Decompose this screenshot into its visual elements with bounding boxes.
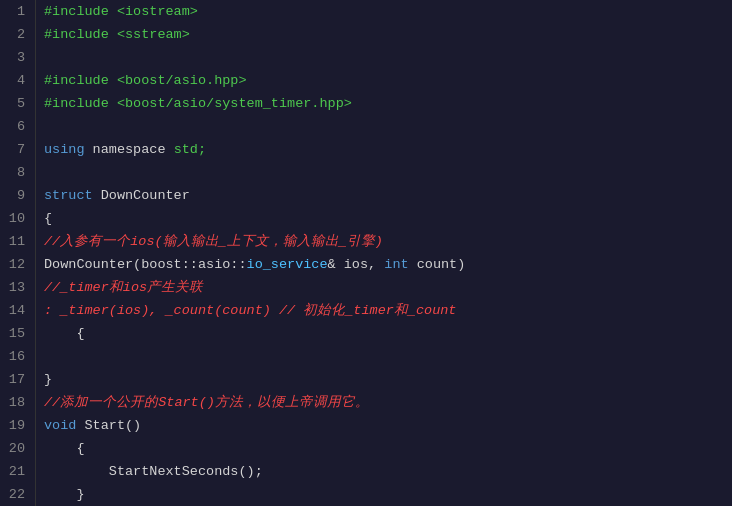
code-token: //_timer和ios产生关联: [44, 276, 203, 299]
code-token: struct: [44, 184, 93, 207]
code-token: io_service: [247, 253, 328, 276]
line-number: 18: [8, 391, 25, 414]
line-number: 9: [8, 184, 25, 207]
code-line: void Start(): [44, 414, 724, 437]
code-line: [44, 46, 724, 69]
line-number: 7: [8, 138, 25, 161]
code-line: //入参有一个ios(输入输出_上下文，输入输出_引擎): [44, 230, 724, 253]
line-number: 17: [8, 368, 25, 391]
line-number: 21: [8, 460, 25, 483]
code-token: #include <iostream>: [44, 0, 198, 23]
code-line: [44, 161, 724, 184]
line-number: 14: [8, 299, 25, 322]
code-token: Start(): [76, 414, 141, 437]
code-editor: 12345678910111213141516171819202122 #inc…: [0, 0, 732, 506]
code-area: #include <iostream>#include <sstream>#in…: [36, 0, 732, 506]
code-line: ⊟ {: [44, 437, 724, 460]
code-line: //添加一个公开的Start()方法，以便上帝调用它。: [44, 391, 724, 414]
code-line: }: [44, 368, 724, 391]
code-token: using: [44, 138, 85, 161]
code-token: & ios,: [328, 253, 385, 276]
line-number: 15: [8, 322, 25, 345]
line-number: 13: [8, 276, 25, 299]
code-token: namespace: [85, 138, 174, 161]
line-number: 3: [8, 46, 25, 69]
code-line: [44, 345, 724, 368]
code-line: #include <iostream>: [44, 0, 724, 23]
line-number: 4: [8, 69, 25, 92]
code-token: {: [44, 437, 85, 460]
code-line: [44, 115, 724, 138]
code-token: #include <sstream>: [44, 23, 190, 46]
code-token: {: [44, 322, 85, 345]
line-number: 1: [8, 0, 25, 23]
code-token: int: [384, 253, 408, 276]
code-token: DownCounter: [93, 184, 190, 207]
code-token: #include <boost/asio.hpp>: [44, 69, 247, 92]
code-token: count): [409, 253, 466, 276]
code-line: }: [44, 483, 724, 506]
code-token: }: [44, 483, 85, 506]
line-number: 6: [8, 115, 25, 138]
code-token: : _timer(ios), _count(count) // 初始化_time…: [44, 299, 456, 322]
code-line: struct DownCounter: [44, 184, 724, 207]
code-token: std;: [174, 138, 206, 161]
code-line: #include <boost/asio.hpp>: [44, 69, 724, 92]
line-number: 5: [8, 92, 25, 115]
code-line: //_timer和ios产生关联: [44, 276, 724, 299]
line-numbers: 12345678910111213141516171819202122: [0, 0, 36, 506]
code-line: #include <sstream>: [44, 23, 724, 46]
line-number: 20: [8, 437, 25, 460]
code-line: DownCounter(boost::asio::io_service& ios…: [44, 253, 724, 276]
line-number: 11: [8, 230, 25, 253]
line-number: 2: [8, 23, 25, 46]
line-number: 12: [8, 253, 25, 276]
code-token: StartNextSeconds();: [44, 460, 263, 483]
code-line: : _timer(ios), _count(count) // 初始化_time…: [44, 299, 724, 322]
code-token: //入参有一个ios(输入输出_上下文，输入输出_引擎): [44, 230, 383, 253]
code-token: DownCounter(boost::asio::: [44, 253, 247, 276]
line-number: 10: [8, 207, 25, 230]
code-line: ⊟{: [44, 207, 724, 230]
code-token: #include <boost/asio/system_timer.hpp>: [44, 92, 352, 115]
line-number: 16: [8, 345, 25, 368]
code-token: void: [44, 414, 76, 437]
line-number: 22: [8, 483, 25, 506]
line-number: 19: [8, 414, 25, 437]
code-token: //添加一个公开的Start()方法，以便上帝调用它。: [44, 391, 369, 414]
code-token: {: [44, 207, 52, 230]
code-line: using namespace std;: [44, 138, 724, 161]
code-line: ⊟ {: [44, 322, 724, 345]
code-line: #include <boost/asio/system_timer.hpp>: [44, 92, 724, 115]
code-line: StartNextSeconds();: [44, 460, 724, 483]
code-token: }: [44, 368, 52, 391]
line-number: 8: [8, 161, 25, 184]
